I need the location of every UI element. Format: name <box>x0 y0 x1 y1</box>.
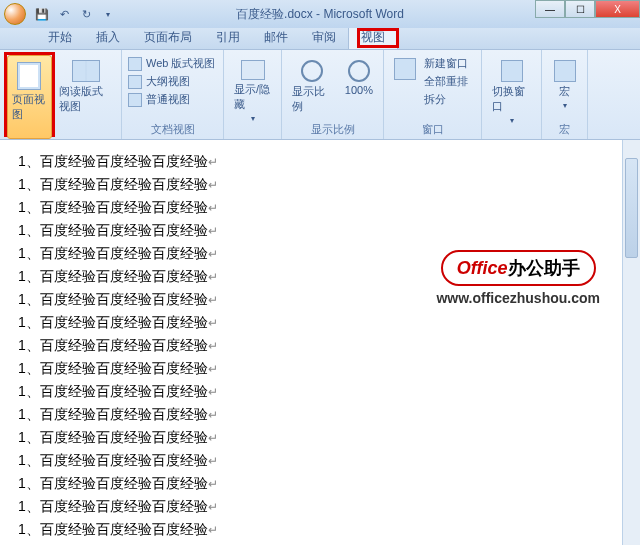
tab-审阅[interactable]: 审阅 <box>300 26 348 49</box>
watermark-brand1: Office <box>457 258 508 278</box>
zoom-100-button[interactable]: 100% <box>339 52 379 114</box>
normal-view-button[interactable]: 普通视图 <box>128 92 217 107</box>
window-controls: — ☐ X <box>535 0 640 18</box>
document-content[interactable]: 1、百度经验百度经验百度经验↵1、百度经验百度经验百度经验↵1、百度经验百度经验… <box>0 140 622 545</box>
group-show-hide: 显示/隐藏 ▾ <box>224 50 282 139</box>
highlight-page-view: 页面视图 <box>4 52 55 137</box>
close-button[interactable]: X <box>595 0 640 18</box>
quick-access-toolbar: 💾 ↶ ↻ ▾ <box>34 6 116 22</box>
page-view-button[interactable]: 页面视图 <box>7 55 52 139</box>
outline-view-icon <box>128 75 142 89</box>
tab-视图[interactable]: 视图 <box>348 25 398 49</box>
reading-view-button[interactable]: 阅读版式视图 <box>55 52 117 137</box>
zoom-100-icon <box>348 60 370 82</box>
doc-line: 1、百度经验百度经验百度经验↵ <box>18 219 622 242</box>
arrange-all-label: 全部重排 <box>424 74 468 89</box>
chevron-down-icon: ▾ <box>251 114 255 123</box>
new-window-label: 新建窗口 <box>424 56 468 71</box>
doc-line: 1、百度经验百度经验百度经验↵ <box>18 449 622 472</box>
tab-插入[interactable]: 插入 <box>84 26 132 49</box>
page-view-icon <box>17 62 41 90</box>
group-zoom: 显示比例 100% 显示比例 <box>282 50 384 139</box>
minimize-button[interactable]: — <box>535 0 565 18</box>
doc-line: 1、百度经验百度经验百度经验↵ <box>18 472 622 495</box>
ruler-icon <box>241 60 265 80</box>
switch-window-icon <box>501 60 523 82</box>
tab-邮件[interactable]: 邮件 <box>252 26 300 49</box>
group-doc-views-main: 页面视图 阅读版式视图 <box>0 50 122 139</box>
watermark-url: www.officezhushou.com <box>436 290 600 306</box>
window-title: 百度经验.docx - Microsoft Word <box>236 6 404 23</box>
watermark-badge: Office办公助手 <box>441 250 596 286</box>
qat-dropdown-icon[interactable]: ▾ <box>100 6 116 22</box>
doc-line: 1、百度经验百度经验百度经验↵ <box>18 518 622 541</box>
switch-window-button[interactable]: 切换窗口 ▾ <box>486 52 537 125</box>
normal-view-icon <box>128 93 142 107</box>
document-area: 1、百度经验百度经验百度经验↵1、百度经验百度经验百度经验↵1、百度经验百度经验… <box>0 140 640 545</box>
group-window-arrange: 新建窗口 全部重排 拆分 窗口 <box>384 50 482 139</box>
web-layout-button[interactable]: Web 版式视图 <box>128 56 217 71</box>
scroll-thumb[interactable] <box>625 158 638 258</box>
doc-line: 1、百度经验百度经验百度经验↵ <box>18 357 622 380</box>
doc-line: 1、百度经验百度经验百度经验↵ <box>18 196 622 219</box>
doc-line: 1、百度经验百度经验百度经验↵ <box>18 311 622 334</box>
chevron-down-icon: ▾ <box>510 116 514 125</box>
zoom-button[interactable]: 显示比例 <box>286 52 339 114</box>
cursor: |↵ <box>18 541 622 545</box>
reading-view-label: 阅读版式视图 <box>59 84 113 114</box>
watermark-brand2: 办公助手 <box>508 258 580 278</box>
split-button[interactable]: 拆分 <box>424 92 468 107</box>
doc-line: 1、百度经验百度经验百度经验↵ <box>18 426 622 449</box>
doc-line: 1、百度经验百度经验百度经验↵ <box>18 495 622 518</box>
show-hide-button[interactable]: 显示/隐藏 ▾ <box>228 52 277 123</box>
macro-label: 宏 <box>559 84 570 99</box>
window-stack-icon <box>394 58 416 80</box>
vertical-scrollbar[interactable] <box>622 140 640 545</box>
split-label: 拆分 <box>424 92 446 107</box>
zoom-label: 显示比例 <box>292 84 333 114</box>
normal-view-label: 普通视图 <box>146 92 190 107</box>
zoom-icon <box>301 60 323 82</box>
title-bar: 💾 ↶ ↻ ▾ 百度经验.docx - Microsoft Word — ☐ X <box>0 0 640 28</box>
zoom-group-label: 显示比例 <box>282 122 383 137</box>
watermark: Office办公助手 www.officezhushou.com <box>436 250 600 306</box>
switch-window-label: 切换窗口 <box>492 84 531 114</box>
macro-icon <box>554 60 576 82</box>
doc-line: 1、百度经验百度经验百度经验↵ <box>18 334 622 357</box>
undo-icon[interactable]: ↶ <box>56 6 72 22</box>
group-switch-window: 切换窗口 ▾ <box>482 50 542 139</box>
macro-group-label: 宏 <box>542 122 587 137</box>
outline-view-label: 大纲视图 <box>146 74 190 89</box>
macro-button[interactable]: 宏 ▾ <box>546 52 583 110</box>
tab-开始[interactable]: 开始 <box>36 26 84 49</box>
page-view-label: 页面视图 <box>12 92 47 122</box>
new-window-button[interactable]: 新建窗口 <box>424 56 468 71</box>
arrange-all-button[interactable]: 全部重排 <box>424 74 468 89</box>
tab-页面布局[interactable]: 页面布局 <box>132 26 204 49</box>
doc-line: 1、百度经验百度经验百度经验↵ <box>18 403 622 426</box>
show-hide-label: 显示/隐藏 <box>234 82 271 112</box>
save-icon[interactable]: 💾 <box>34 6 50 22</box>
doc-line: 1、百度经验百度经验百度经验↵ <box>18 380 622 403</box>
outline-view-button[interactable]: 大纲视图 <box>128 74 217 89</box>
ribbon-tabs: 开始插入页面布局引用邮件审阅视图 <box>0 28 640 50</box>
window-group-label: 窗口 <box>384 122 481 137</box>
doc-views-group-label: 文档视图 <box>122 122 223 137</box>
web-layout-icon <box>128 57 142 71</box>
office-orb[interactable] <box>4 3 26 25</box>
ribbon: 页面视图 阅读版式视图 Web 版式视图 大纲视图 普通视图 文档视图 显示/隐… <box>0 50 640 140</box>
web-layout-label: Web 版式视图 <box>146 56 215 71</box>
zoom-100-label: 100% <box>345 84 373 96</box>
tab-引用[interactable]: 引用 <box>204 26 252 49</box>
reading-view-icon <box>72 60 100 82</box>
group-doc-views-small: Web 版式视图 大纲视图 普通视图 文档视图 <box>122 50 224 139</box>
doc-line: 1、百度经验百度经验百度经验↵ <box>18 150 622 173</box>
group-macro: 宏 ▾ 宏 <box>542 50 588 139</box>
redo-icon[interactable]: ↻ <box>78 6 94 22</box>
doc-line: 1、百度经验百度经验百度经验↵ <box>18 173 622 196</box>
chevron-down-icon: ▾ <box>563 101 567 110</box>
maximize-button[interactable]: ☐ <box>565 0 595 18</box>
